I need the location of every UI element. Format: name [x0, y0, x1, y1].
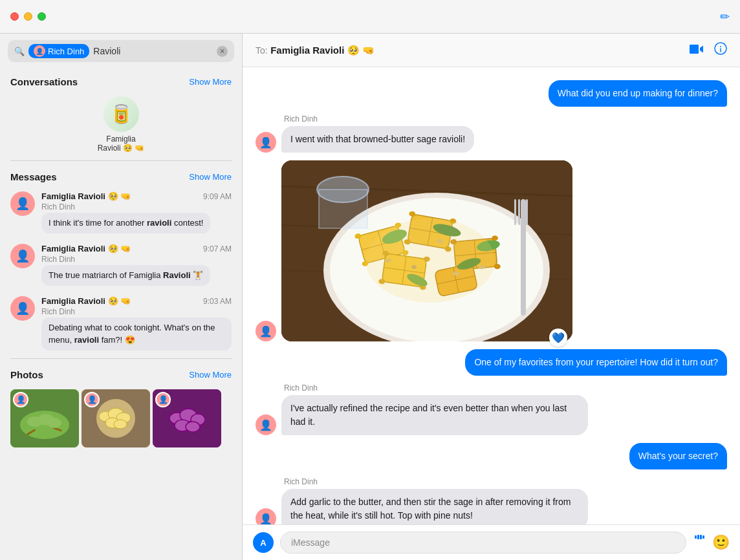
- chat-bubble-wrap-image: 💙: [281, 160, 572, 341]
- svg-point-13: [114, 420, 127, 429]
- divider-1: [10, 160, 232, 161]
- photo-thumb-2[interactable]: 👤: [82, 389, 150, 447]
- svg-rect-73: [514, 199, 516, 225]
- chat-msg-row-2: 👤 Rich Dinh I went with that browned-but…: [256, 114, 727, 153]
- search-contact-badge: 👤 Rich Dinh: [28, 44, 89, 58]
- chat-bubble-2: I went with that browned-butter sage rav…: [281, 126, 474, 153]
- msg-from-3: Famiglia Ravioli 🥺 🤜: [41, 296, 131, 306]
- svg-rect-82: [697, 535, 699, 539]
- message-item-3[interactable]: 👤 Famiglia Ravioli 🥺 🤜 9:03 AM Rich Dinh…: [0, 291, 242, 355]
- photos-show-more-button[interactable]: Show More: [189, 370, 232, 380]
- svg-point-19: [186, 422, 200, 432]
- search-bar[interactable]: 🔍 👤 Rich Dinh Ravioli ✕: [8, 40, 234, 62]
- chat-msg-row-image: 👤: [256, 160, 727, 341]
- sender-label-2: Rich Dinh: [281, 114, 318, 124]
- photo-thumb-1[interactable]: 👤: [10, 389, 79, 447]
- sender-label-5: Rich Dinh: [281, 383, 318, 393]
- msg-header-2: Famiglia Ravioli 🥺 🤜 9:07 AM: [41, 244, 232, 253]
- message-item-2[interactable]: 👤 Famiglia Ravioli 🥺 🤜 9:07 AM Rich Dinh…: [0, 239, 242, 291]
- messages-container: What did you end up making for dinner? 👤…: [243, 67, 740, 524]
- message-input[interactable]: iMessage: [280, 532, 686, 554]
- msg-sender-2: Rich Dinh: [41, 255, 232, 264]
- photo-1-avatar: 👤: [13, 392, 28, 407]
- messages-show-more-button[interactable]: Show More: [189, 172, 232, 182]
- info-icon[interactable]: [714, 42, 727, 58]
- chat-bubble-5: I've actually refined the recipe and it'…: [281, 395, 588, 435]
- input-avatar: A: [253, 532, 274, 553]
- svg-point-6: [47, 418, 61, 428]
- search-contact-avatar: 👤: [34, 45, 45, 57]
- conversation-item-famiglia[interactable]: 🥫 FamigliaRavioli 🥺 🤜: [0, 91, 242, 158]
- chat-bubble-wrap-2: Rich Dinh I went with that browned-butte…: [281, 114, 474, 153]
- search-clear-button[interactable]: ✕: [217, 46, 228, 57]
- photos-label: Photos: [10, 369, 43, 380]
- chat-title-wrap: To: Famiglia Ravioli 🥺 🤜: [256, 45, 375, 56]
- msg-from-1: Famiglia Ravioli 🥺 🤜: [41, 191, 131, 201]
- emoji-picker-icon[interactable]: 🙂: [712, 534, 730, 551]
- minimize-button[interactable]: [24, 12, 32, 21]
- window-controls: [0, 12, 56, 21]
- famiglia-name: FamigliaRavioli 🥺 🤜: [98, 135, 145, 153]
- chat-bubble-1: What did you end up making for dinner?: [549, 80, 727, 107]
- msg-time-1: 9:09 AM: [203, 192, 232, 201]
- chat-bubble-wrap-6: What's your secret?: [629, 443, 727, 469]
- chat-bubble-4: One of my favorites from your repertoire…: [465, 349, 727, 376]
- chat-msg-row-1: What did you end up making for dinner?: [256, 80, 727, 107]
- maximize-button[interactable]: [38, 12, 46, 21]
- close-button[interactable]: [10, 12, 19, 21]
- chat-bubble-7: Add garlic to the butter, and then stir …: [281, 489, 588, 524]
- msg-avatar-1: 👤: [10, 191, 35, 216]
- chat-bubble-wrap-1: What did you end up making for dinner?: [549, 80, 727, 107]
- chat-msg-row-7: 👤 Rich Dinh Add garlic to the butter, an…: [256, 477, 727, 524]
- chat-bubble-wrap-7: Rich Dinh Add garlic to the butter, and …: [281, 477, 588, 524]
- heart-reaction: 💙: [549, 328, 567, 347]
- chat-msg-row-4: One of my favorites from your repertoire…: [256, 349, 727, 376]
- chat-avatar-7: 👤: [256, 508, 276, 524]
- msg-content-2: Famiglia Ravioli 🥺 🤜 9:07 AM Rich Dinh T…: [41, 244, 232, 286]
- msg-time-3: 9:03 AM: [203, 297, 232, 306]
- msg-bubble-2: The true matriarch of Famiglia Ravioli 🏋: [41, 265, 210, 286]
- chat-area: To: Famiglia Ravioli 🥺 🤜: [243, 34, 740, 560]
- svg-rect-78: [319, 189, 367, 228]
- famiglia-avatar: 🥫: [103, 96, 139, 132]
- photo-3-avatar: 👤: [155, 392, 171, 407]
- msg-bubble-1: I think it's time for another ravioli co…: [41, 213, 210, 233]
- audio-input-icon[interactable]: [693, 535, 706, 551]
- compose-button[interactable]: ✏: [720, 10, 730, 24]
- search-contact-name: Rich Dinh: [48, 47, 84, 56]
- ravioli-image[interactable]: [281, 160, 572, 341]
- chat-avatar-2: 👤: [256, 132, 276, 153]
- svg-rect-75: [522, 199, 524, 225]
- title-bar: ✏: [0, 0, 740, 34]
- main-container: 🔍 👤 Rich Dinh Ravioli ✕ Conversations Sh…: [0, 34, 740, 560]
- search-query-text: Ravioli: [93, 46, 213, 56]
- msg-header-1: Famiglia Ravioli 🥺 🤜 9:09 AM: [41, 191, 232, 201]
- svg-rect-76: [526, 199, 528, 225]
- image-message-container: 💙: [281, 160, 572, 341]
- input-area: A iMessage 🙂: [243, 524, 740, 560]
- chat-avatar-5: 👤: [256, 415, 276, 435]
- chat-header-icons: [690, 42, 727, 58]
- photos-grid: 👤 👤: [0, 384, 242, 453]
- photo-thumb-3[interactable]: 👤: [153, 389, 221, 447]
- chat-msg-row-6: What's your secret?: [256, 443, 727, 469]
- chat-bubble-wrap-4: One of my favorites from your repertoire…: [465, 349, 727, 376]
- sidebar: 🔍 👤 Rich Dinh Ravioli ✕ Conversations Sh…: [0, 34, 243, 560]
- photos-section-header: Photos Show More: [0, 361, 242, 384]
- chat-header: To: Famiglia Ravioli 🥺 🤜: [243, 34, 740, 67]
- msg-avatar-2: 👤: [10, 244, 35, 268]
- chat-recipient: Famiglia Ravioli 🥺 🤜: [270, 45, 375, 56]
- msg-avatar-3: 👤: [10, 296, 35, 321]
- video-call-icon[interactable]: [690, 43, 704, 58]
- conversations-label: Conversations: [10, 76, 78, 87]
- message-item-1[interactable]: 👤 Famiglia Ravioli 🥺 🤜 9:09 AM Rich Dinh…: [0, 186, 242, 239]
- msg-header-3: Famiglia Ravioli 🥺 🤜 9:03 AM: [41, 296, 232, 306]
- svg-rect-84: [702, 535, 704, 539]
- msg-bubble-3: Debating what to cook tonight. What's on…: [41, 318, 232, 350]
- conversations-show-more-button[interactable]: Show More: [189, 77, 232, 87]
- conversations-section-header: Conversations Show More: [0, 69, 242, 91]
- msg-sender-3: Rich Dinh: [41, 307, 232, 316]
- svg-point-21: [720, 46, 721, 47]
- search-icon: 🔍: [14, 47, 25, 56]
- chat-avatar-image: 👤: [256, 321, 276, 341]
